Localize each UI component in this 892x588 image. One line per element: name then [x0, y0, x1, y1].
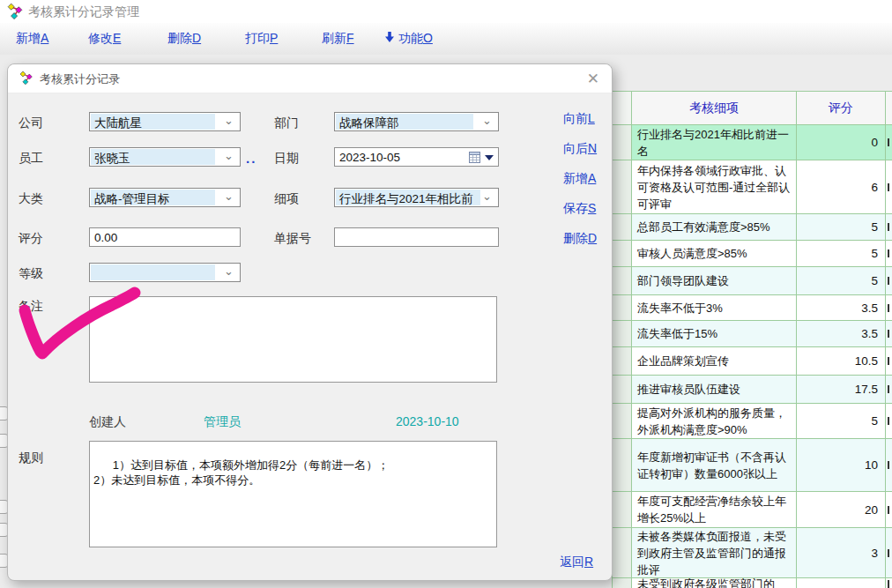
- rule-textarea[interactable]: 1）达到目标值，本项额外增加得2分（每前进一名）； 2）未达到目标值，本项不得分…: [89, 441, 497, 547]
- toolbar-button-E[interactable]: 修改E: [88, 31, 121, 47]
- employee-select[interactable]: 张晓玉 ⌄: [89, 147, 241, 167]
- detail-cell[interactable]: 流失率不低于3%: [632, 295, 797, 320]
- table-row[interactable]: 未受到政府各级监管部门的: [613, 578, 892, 588]
- dialog-button-N[interactable]: 向后N: [563, 141, 597, 157]
- doc-no-input[interactable]: [334, 227, 499, 247]
- table-row[interactable]: 年度可支配经营净结余较上年增长25%以上20: [613, 492, 892, 528]
- table-row[interactable]: 企业品牌策划宣传10.5: [613, 347, 892, 376]
- table-row[interactable]: 流失率不低于3%3.5: [613, 295, 892, 321]
- creator-label: 创建人: [89, 414, 126, 430]
- detail-cell[interactable]: 部门领导团队建设: [632, 267, 797, 294]
- record-dialog: 考核累计分记录 ✕ 公司 大陆航星 ⌄ 部门 战略保障部 ⌄ 员工 张晓玉 ⌄ …: [7, 63, 613, 581]
- score-cell[interactable]: 3: [797, 528, 886, 577]
- detail-cell[interactable]: 流失率低于15%: [632, 321, 797, 346]
- close-icon[interactable]: ✕: [587, 70, 599, 88]
- dialog-button-S[interactable]: 保存S: [563, 201, 596, 217]
- category-select[interactable]: 战略-管理目标 ⌄: [89, 188, 241, 207]
- calendar-icon[interactable]: [469, 152, 480, 163]
- detail-cell[interactable]: 行业排名与2021年相比前进一名: [632, 125, 797, 160]
- dialog-titlebar: 考核累计分记录 ✕: [8, 64, 612, 93]
- assessment-table: 考核细项 评分 行业排名与2021年相比前进一名0年内保持各领域行政审批、认可资…: [612, 91, 892, 588]
- clipped-next-column-cell: [886, 267, 892, 294]
- row-gutter-cell: [613, 528, 632, 577]
- detail-cell[interactable]: 未受到政府各级监管部门的: [632, 578, 797, 588]
- dialog-button-D[interactable]: 删除D: [563, 231, 597, 247]
- toolbar-button-F[interactable]: 刷新F: [322, 31, 354, 47]
- score-cell[interactable]: 10.5: [797, 347, 886, 375]
- clipped-next-column-cell: [886, 347, 892, 375]
- clipped-next-column-cell: [886, 321, 892, 346]
- table-row[interactable]: 审核人员满意度>85%5: [613, 241, 892, 267]
- employee-lookup-button[interactable]: ..: [246, 151, 256, 166]
- score-cell[interactable]: 5: [797, 267, 886, 294]
- toolbar-button-A[interactable]: 新增A: [16, 31, 48, 47]
- row-gutter-cell: [613, 241, 632, 266]
- app-icon: [7, 3, 25, 20]
- score-cell[interactable]: 3.5: [797, 295, 886, 320]
- score-cell[interactable]: 5: [797, 404, 886, 438]
- detail-cell[interactable]: 年内保持各领域行政审批、认可资格及认可范围-通过全部认可评审: [632, 160, 797, 213]
- table-header-row: 考核细项 评分: [613, 92, 892, 125]
- date-input[interactable]: 2023-10-05: [334, 147, 499, 167]
- dialog-button-L[interactable]: 向前L: [563, 111, 595, 127]
- detail-cell[interactable]: 未被各类媒体负面报道，未受到政府主管及监管部门的通报批评: [632, 528, 797, 577]
- detail-cell[interactable]: 审核人员满意度>85%: [632, 241, 797, 266]
- detail-cell[interactable]: 企业品牌策划宣传: [632, 347, 797, 375]
- score-cell[interactable]: 5: [797, 214, 886, 240]
- detail-cell[interactable]: 总部员工有效满意度>85%: [632, 214, 797, 240]
- table-corner-cell: [613, 92, 632, 124]
- score-cell[interactable]: [797, 578, 886, 588]
- date-dropdown-icon[interactable]: [485, 155, 494, 160]
- detail-cell[interactable]: 年度可支配经营净结余较上年增长25%以上: [632, 492, 797, 527]
- column-header-detail[interactable]: 考核细项: [632, 92, 797, 124]
- detail-label: 细项: [274, 191, 299, 207]
- remark-textarea[interactable]: [89, 296, 497, 383]
- score-input[interactable]: 0.00: [89, 227, 241, 247]
- clipped-next-column-cell: [886, 125, 892, 160]
- score-cell[interactable]: 6: [797, 160, 886, 213]
- table-row[interactable]: 行业排名与2021年相比前进一名0: [613, 125, 892, 160]
- table-row[interactable]: 总部员工有效满意度>85%5: [613, 214, 892, 241]
- creator-date: 2023-10-10: [396, 414, 459, 428]
- row-gutter-cell: [613, 492, 632, 527]
- score-cell[interactable]: 17.5: [797, 376, 886, 403]
- table-row[interactable]: 流失率低于15%3.5: [613, 321, 892, 347]
- score-cell[interactable]: 10: [797, 439, 886, 491]
- company-select[interactable]: 大陆航星 ⌄: [89, 112, 241, 131]
- table-row[interactable]: 年内保持各领域行政审批、认可资格及认可范围-通过全部认可评审6: [613, 160, 892, 214]
- chevron-down-icon: ⌄: [224, 264, 234, 278]
- score-cell[interactable]: 0: [797, 125, 886, 160]
- clipped-next-column-cell: [886, 160, 892, 213]
- assessment-table-body: 行业排名与2021年相比前进一名0年内保持各领域行政审批、认可资格及认可范围-通…: [613, 125, 892, 588]
- score-cell[interactable]: 3.5: [797, 321, 886, 346]
- detail-select[interactable]: 行业排名与2021年相比前 ⌄: [334, 188, 499, 207]
- table-row[interactable]: 推进审核员队伍建设17.5: [613, 376, 892, 404]
- row-gutter-cell: [613, 125, 632, 160]
- department-select[interactable]: 战略保障部 ⌄: [334, 112, 499, 131]
- chevron-down-icon: ⌄: [224, 149, 234, 162]
- clipped-next-column-cell: [886, 439, 892, 491]
- grade-select[interactable]: ⌄: [89, 263, 241, 282]
- toolbar-button-O[interactable]: 功能O: [385, 31, 433, 47]
- department-label: 部门: [274, 115, 299, 131]
- rule-label: 规则: [19, 450, 43, 466]
- score-cell[interactable]: 20: [797, 492, 886, 527]
- table-row[interactable]: 提高对外派机构的服务质量，外派机构满意度>90%5: [613, 404, 892, 439]
- detail-cell[interactable]: 年度新增初审证书（不含再认证转初审）数量6000张以上: [632, 439, 797, 491]
- down-arrow-icon: [385, 32, 394, 42]
- return-button[interactable]: 返回R: [560, 555, 593, 570]
- table-row[interactable]: 年度新增初审证书（不含再认证转初审）数量6000张以上10: [613, 439, 892, 492]
- toolbar-button-D[interactable]: 删除D: [167, 31, 201, 47]
- creator-name: 管理员: [204, 414, 241, 430]
- score-cell[interactable]: 5: [797, 241, 886, 266]
- table-row[interactable]: 未被各类媒体负面报道，未受到政府主管及监管部门的通报批评3: [613, 528, 892, 578]
- detail-cell[interactable]: 推进审核员队伍建设: [632, 376, 797, 403]
- toolbar-button-P[interactable]: 打印P: [245, 31, 278, 47]
- row-gutter-cell: [613, 214, 632, 240]
- page-title: 考核累计分记录管理: [28, 4, 139, 20]
- column-header-score[interactable]: 评分: [797, 92, 886, 124]
- detail-cell[interactable]: 提高对外派机构的服务质量，外派机构满意度>90%: [632, 404, 797, 438]
- dialog-button-A[interactable]: 新增A: [563, 171, 596, 187]
- clipped-next-column-cell: [886, 492, 892, 527]
- table-row[interactable]: 部门领导团队建设5: [613, 267, 892, 295]
